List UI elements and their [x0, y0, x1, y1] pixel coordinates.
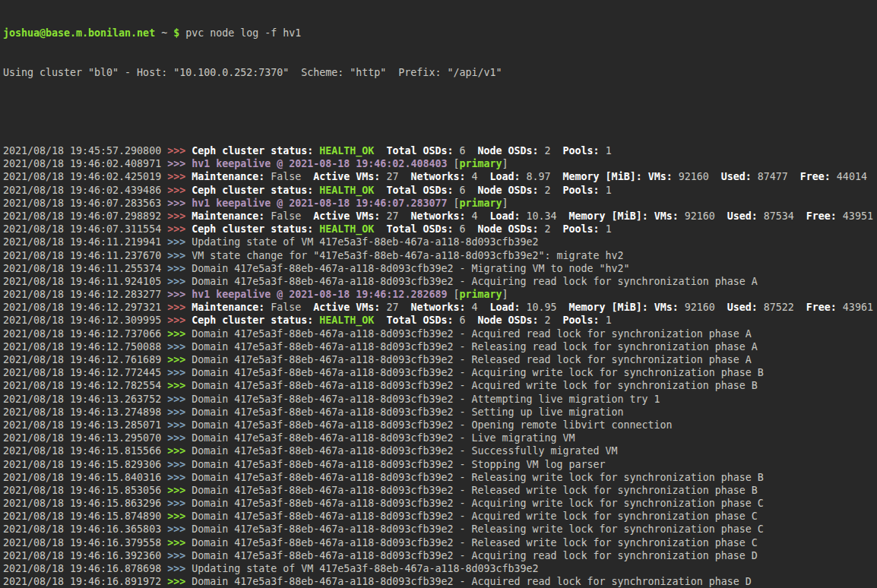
log-text-segment: Used: [727, 210, 758, 222]
log-timestamp: 2021/08/18 19:46:02.425019 [3, 171, 167, 182]
log-timestamp: 2021/08/18 19:46:12.737066 [3, 328, 167, 340]
log-line: 2021/08/18 19:46:16.365803 >>> Domain 41… [3, 523, 877, 536]
log-marker: >>> [167, 302, 192, 313]
log-line: 2021/08/18 19:46:12.761689 >>> Domain 41… [3, 353, 877, 366]
log-text-segment: Active VMs: [313, 302, 380, 313]
log-timestamp: 2021/08/18 19:46:12.750088 [3, 341, 167, 352]
log-line: 2021/08/18 19:46:16.891972 >>> Domain 41… [3, 575, 877, 588]
log-text-segment: Total OSDs: [386, 223, 453, 235]
log-marker: >>> [167, 250, 192, 261]
log-timestamp: 2021/08/18 19:46:16.365803 [3, 523, 167, 535]
log-marker: >>> [167, 563, 192, 574]
log-marker: >>> [167, 210, 192, 222]
log-text-segment: Memory [MiB]: [569, 210, 648, 222]
log-text-segment: primary [459, 198, 502, 209]
log-line: 2021/08/18 19:46:12.782554 >>> Domain 41… [3, 379, 877, 392]
log-line: 2021/08/18 19:46:07.298892 >>> Maintenan… [3, 210, 877, 223]
log-text-segment: 92160 [673, 171, 721, 182]
log-timestamp: 2021/08/18 19:45:57.290800 [3, 145, 167, 156]
log-timestamp: 2021/08/18 19:46:02.408971 [3, 158, 167, 169]
cluster-info-line: Using cluster "bl0" - Host: "10.100.0.25… [3, 66, 877, 79]
log-text-segment: 6 [453, 315, 477, 326]
log-text-segment: Domain 417e5a3f-88eb-467a-a118-8d093cfb3… [192, 367, 764, 378]
log-text-segment: 8.97 [521, 171, 563, 182]
log-marker: >>> [167, 223, 192, 235]
log-line: 2021/08/18 19:46:11.924105 >>> Domain 41… [3, 275, 877, 288]
log-text-segment: ] [502, 289, 508, 300]
log-timestamp: 2021/08/18 19:46:15.829306 [3, 459, 167, 470]
log-text-segment: Pools: [563, 185, 600, 196]
log-text-segment: HEALTH_OK [319, 145, 374, 156]
log-text-segment: 43951 [837, 210, 873, 222]
log-text-segment [374, 185, 386, 196]
log-marker: >>> [167, 263, 192, 274]
log-text-segment: Node OSDs: [477, 145, 538, 156]
log-text-segment: Domain 417e5a3f-88eb-467a-a118-8d093cfb3… [192, 394, 660, 405]
log-line: 2021/08/18 19:46:02.439486 >>> Ceph clus… [3, 184, 877, 197]
log-line: 2021/08/18 19:46:15.853056 >>> Domain 41… [3, 484, 877, 497]
log-marker: >>> [167, 289, 192, 300]
log-line: 2021/08/18 19:46:13.274898 >>> Domain 41… [3, 406, 877, 419]
log-line: 2021/08/18 19:46:12.772445 >>> Domain 41… [3, 366, 877, 379]
log-text-segment: Load: [490, 210, 521, 222]
log-text-segment: Domain 417e5a3f-88eb-467a-a118-8d093cfb3… [192, 472, 764, 483]
log-marker: >>> [167, 236, 192, 248]
log-text-segment: Memory [MiB]: [569, 302, 648, 313]
log-text-segment: 27 [380, 210, 410, 222]
log-text-segment: Updating state of VM 417e5a3f-88eb-467a-… [192, 563, 538, 574]
log-timestamp: 2021/08/18 19:46:12.782554 [3, 380, 167, 391]
log-line: 2021/08/18 19:46:16.878698 >>> Updating … [3, 562, 877, 575]
log-text-segment: VM state change for "417e5a3f-88eb-467a-… [192, 250, 623, 261]
log-line: 2021/08/18 19:46:02.408971 >>> hv1 keepa… [3, 157, 877, 170]
log-text-segment: 27 [380, 171, 410, 182]
log-text-segment: HEALTH_OK [319, 223, 374, 235]
log-text-segment: Domain 417e5a3f-88eb-467a-a118-8d093cfb3… [192, 341, 758, 352]
log-text-segment: Networks: [410, 171, 465, 182]
log-text-segment: Domain 417e5a3f-88eb-467a-a118-8d093cfb3… [192, 576, 752, 587]
log-text-segment: 1 [600, 185, 612, 196]
log-line: 2021/08/18 19:46:12.297321 >>> Maintenan… [3, 301, 877, 314]
log-text-segment: 2 [539, 185, 563, 196]
log-timestamp: 2021/08/18 19:46:15.874890 [3, 511, 167, 522]
log-text-segment: hv1 keepalive @ 2021-08-18 19:46:07.2830… [192, 198, 447, 209]
log-marker: >>> [167, 523, 192, 535]
log-line: 2021/08/18 19:46:13.263752 >>> Domain 41… [3, 393, 877, 406]
log-timestamp: 2021/08/18 19:46:15.815566 [3, 445, 167, 457]
log-text-segment: Domain 417e5a3f-88eb-467a-a118-8d093cfb3… [192, 380, 758, 391]
log-text-segment: Domain 417e5a3f-88eb-467a-a118-8d093cfb3… [192, 537, 758, 548]
log-text-segment: Domain 417e5a3f-88eb-467a-a118-8d093cfb3… [192, 550, 758, 561]
log-timestamp: 2021/08/18 19:46:12.283277 [3, 289, 167, 300]
log-text-segment: False [264, 210, 313, 222]
log-text-segment: Used: [721, 171, 752, 182]
log-timestamp: 2021/08/18 19:46:15.853056 [3, 485, 167, 496]
log-line: 2021/08/18 19:46:12.309995 >>> Ceph clus… [3, 314, 877, 327]
log-line: 2021/08/18 19:46:12.750088 >>> Domain 41… [3, 340, 877, 353]
log-text-segment: Free: [800, 171, 831, 182]
log-text-segment: Domain 417e5a3f-88eb-467a-a118-8d093cfb3… [192, 498, 764, 509]
log-marker: >>> [167, 419, 192, 431]
log-text-segment: Load: [490, 171, 521, 182]
log-text-segment: Domain 417e5a3f-88eb-467a-a118-8d093cfb3… [192, 328, 752, 340]
prompt-command: pvc node log -f hv1 [179, 27, 301, 39]
log-marker: >>> [167, 472, 192, 483]
prompt-symbol: $ [173, 27, 179, 39]
log-text-segment: Ceph cluster status: [192, 315, 313, 326]
log-line: 2021/08/18 19:46:13.285071 >>> Domain 41… [3, 419, 877, 432]
log-text-segment: Maintenance: [192, 171, 264, 182]
log-marker: >>> [167, 354, 192, 365]
log-line: 2021/08/18 19:46:15.840316 >>> Domain 41… [3, 471, 877, 484]
log-text-segment: 2 [539, 315, 563, 326]
log-text-segment: hv1 keepalive @ 2021-08-18 19:46:12.2826… [192, 289, 447, 300]
log-text-segment: 1 [600, 315, 612, 326]
log-marker: >>> [167, 158, 192, 169]
log-timestamp: 2021/08/18 19:46:02.439486 [3, 185, 167, 196]
log-text-segment: Domain 417e5a3f-88eb-467a-a118-8d093cfb3… [192, 523, 764, 535]
terminal-window[interactable]: joshua@base.m.bonilan.net ~ $ pvc node l… [0, 0, 877, 588]
log-text-segment: False [264, 302, 313, 313]
log-text-segment: [ [447, 198, 459, 209]
log-line: 2021/08/18 19:46:16.379558 >>> Domain 41… [3, 536, 877, 549]
log-text-segment: Domain 417e5a3f-88eb-467a-a118-8d093cfb3… [192, 406, 623, 418]
log-marker: >>> [167, 406, 192, 418]
log-text-segment: Ceph cluster status: [192, 185, 313, 196]
log-marker: >>> [167, 380, 192, 391]
